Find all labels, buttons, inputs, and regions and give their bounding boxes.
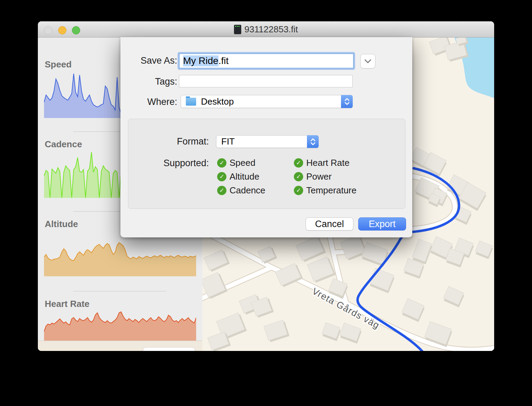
format-select[interactable]: FIT	[216, 135, 319, 148]
check-icon: ✓	[217, 158, 226, 168]
document-proxy-icon	[234, 25, 241, 34]
screenshot-stage: 931122853.fit	[0, 0, 532, 406]
export-save-dialog: Save As: My Ride.fit Tags: Where: Deskto…	[120, 37, 412, 237]
format-value: FIT	[216, 136, 235, 147]
divider	[73, 291, 166, 291]
check-icon: ✓	[294, 186, 303, 195]
supported-item: ✓Speed	[217, 158, 255, 168]
folder-icon	[186, 98, 196, 106]
expand-dialog-button[interactable]	[360, 54, 375, 68]
where-value: Desktop	[200, 96, 234, 107]
sidebar-footer: Export…	[38, 341, 202, 351]
select-chevrons-icon	[307, 135, 319, 148]
cancel-button[interactable]: Cancel	[306, 217, 353, 231]
format-options-panel: Format: FIT Supported: ✓Speed ✓Altitude …	[128, 119, 405, 209]
check-icon: ✓	[217, 186, 226, 195]
tags-label: Tags:	[120, 76, 177, 87]
format-label: Format:	[128, 136, 209, 147]
app-window: 931122853.fit	[38, 21, 494, 351]
titlebar[interactable]: 931122853.fit	[38, 21, 494, 38]
supported-item: ✓Heart Rate	[294, 158, 350, 168]
heart-rate-chart	[44, 310, 196, 341]
selected-filename-text: My Ride	[183, 55, 219, 66]
supported-label: Supported:	[128, 158, 209, 169]
where-select[interactable]: Desktop	[181, 95, 353, 108]
tags-input[interactable]	[179, 75, 353, 87]
supported-item: ✓Temperature	[294, 185, 357, 195]
altitude-chart	[44, 233, 196, 276]
section-label-speed: Speed	[45, 59, 72, 70]
chevron-down-icon	[364, 59, 371, 64]
export-button[interactable]: Export	[358, 217, 406, 231]
supported-item: ✓Altitude	[217, 171, 259, 182]
section-label-cadence: Cadence	[45, 139, 82, 150]
check-icon: ✓	[217, 172, 226, 181]
check-icon: ✓	[294, 172, 303, 181]
check-icon: ✓	[294, 158, 303, 168]
section-label-altitude: Altitude	[45, 219, 78, 229]
supported-item: ✓Cadence	[217, 185, 265, 195]
sidebar-export-button[interactable]: Export…	[143, 347, 195, 351]
save-as-input[interactable]: My Ride.fit	[179, 53, 354, 68]
filename-extension-text: .fit	[219, 55, 229, 66]
save-as-label: Save As:	[120, 55, 177, 66]
select-chevrons-icon	[341, 95, 353, 108]
window-title: 931122853.fit	[244, 24, 298, 35]
section-label-heart-rate: Heart Rate	[45, 299, 89, 309]
supported-item: ✓Power	[294, 171, 332, 182]
where-label: Where:	[120, 97, 177, 107]
